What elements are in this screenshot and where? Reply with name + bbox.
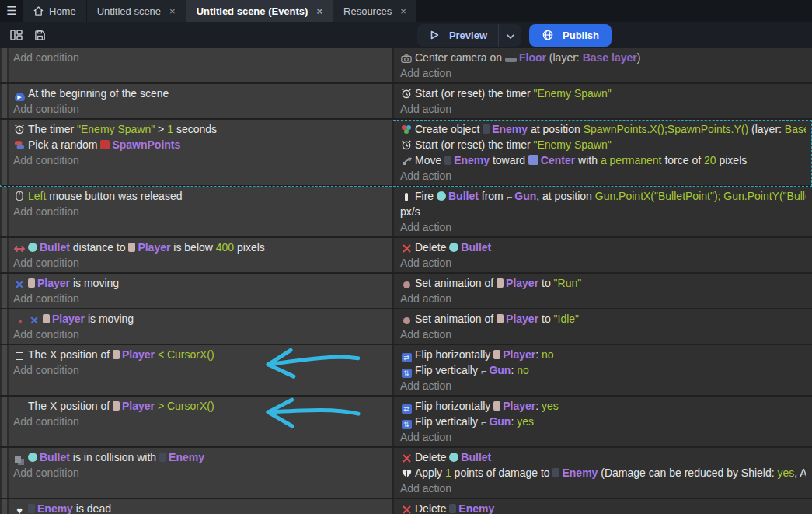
action-line[interactable]: Delete Bullet (400, 240, 806, 255)
add-action-button[interactable]: Add action (400, 255, 806, 271)
event-drag-handle[interactable] (0, 397, 9, 446)
add-condition-button[interactable]: Add condition (13, 152, 388, 168)
conditions-cell[interactable]: Add condition (9, 48, 392, 82)
event-row[interactable]: ◑✕Player is moving Add condition Set ani… (0, 309, 812, 345)
action-line[interactable]: Start (or reset) the timer "Enemy Spawn" (400, 86, 806, 101)
actions-cell[interactable]: Delete BulletApply 1 points of damage to… (392, 448, 812, 498)
add-action-button[interactable]: Add action (400, 481, 806, 496)
condition-line[interactable]: ▶At the beginning of the scene (13, 86, 388, 101)
action-line[interactable]: ⇄Flip horizontally Player: yes (400, 398, 806, 414)
conditions-cell[interactable]: ✕Player is moving Add condition (9, 274, 392, 308)
condition-line[interactable]: The X position of Player < CursorX() (13, 347, 388, 362)
tab-home[interactable]: Home (23, 0, 87, 22)
hamburger-menu-icon[interactable]: ☰ (0, 0, 23, 22)
close-icon[interactable]: × (400, 5, 406, 17)
actions-cell[interactable]: Set animation of Player to "Run" Add act… (392, 274, 812, 308)
actions-cell[interactable]: Delete Bullet Add action (392, 238, 812, 272)
add-action-button[interactable]: Add action (400, 327, 806, 342)
conditions-cell[interactable]: Left mouse button was released Add condi… (9, 187, 392, 236)
condition-line[interactable]: The X position of Player > CursorX() (13, 398, 388, 414)
add-condition-button[interactable]: Add condition (13, 101, 388, 117)
tab-untitled-scene-events-[interactable]: Untitled scene (Events)× (186, 0, 333, 22)
event-row[interactable]: The timer "Enemy Spawn" > 1 secondsPick … (0, 120, 812, 187)
condition-line[interactable]: Bullet distance to Player is below 400 p… (13, 240, 388, 255)
publish-button[interactable]: Publish (529, 24, 612, 47)
action-line[interactable]: Delete Enemy (400, 501, 806, 514)
event-row[interactable]: Bullet distance to Player is below 400 p… (0, 238, 812, 274)
add-condition-button[interactable]: Add condition (13, 50, 388, 65)
conditions-cell[interactable]: The X position of Player > CursorX() Add… (9, 397, 392, 446)
add-condition-button[interactable]: Add condition (13, 204, 388, 219)
conditions-cell[interactable]: ▶At the beginning of the scene Add condi… (9, 84, 392, 118)
event-row[interactable]: ▶At the beginning of the scene Add condi… (0, 84, 812, 120)
conditions-cell[interactable]: ♥Enemy is dead Add condition (9, 499, 392, 514)
action-line[interactable]: Apply 1 points of damage to Enemy (Damag… (400, 465, 806, 481)
event-row[interactable]: The X position of Player < CursorX() Add… (0, 345, 812, 397)
event-row[interactable]: Add condition Center camera on Floor (la… (0, 48, 812, 84)
actions-cell[interactable]: Create object Enemy at position SpawnPoi… (392, 120, 812, 185)
action-line[interactable]: Fire Bullet from ⌐Gun, at position Gun.P… (400, 188, 806, 204)
actions-cell[interactable]: Fire Bullet from ⌐Gun, at position Gun.P… (392, 187, 812, 236)
add-action-button[interactable]: Add action (400, 429, 806, 445)
preview-button[interactable]: Preview (417, 24, 498, 47)
action-line[interactable]: Create object Enemy at position SpawnPoi… (400, 121, 806, 137)
event-drag-handle[interactable] (0, 345, 9, 395)
actions-cell[interactable]: ⇄Flip horizontally Player: no⇅Flip verti… (392, 345, 812, 395)
condition-line[interactable]: ✕Player is moving (13, 275, 388, 291)
add-condition-button[interactable]: Add condition (13, 291, 388, 306)
action-line[interactable]: Delete Bullet (400, 449, 806, 465)
conditions-cell[interactable]: The X position of Player < CursorX() Add… (9, 345, 392, 395)
conditions-cell[interactable]: ◑✕Player is moving Add condition (9, 309, 392, 344)
condition-line[interactable]: The timer "Enemy Spawn" > 1 seconds (13, 121, 388, 137)
tab-resources[interactable]: Resources× (333, 0, 417, 22)
conditions-cell[interactable]: Bullet distance to Player is below 400 p… (9, 238, 392, 272)
event-drag-handle[interactable] (0, 120, 9, 185)
action-line[interactable]: px/s (400, 204, 806, 219)
event-drag-handle[interactable] (0, 448, 9, 498)
action-line[interactable]: ⇄Flip horizontally Player: no (400, 347, 806, 362)
action-line[interactable]: Set animation of Player to "Run" (400, 275, 806, 291)
actions-cell[interactable]: Start (or reset) the timer "Enemy Spawn"… (392, 84, 812, 118)
actions-cell[interactable]: ⇄Flip horizontally Player: yes⇅Flip vert… (392, 397, 812, 446)
actions-cell[interactable]: Set animation of Player to "Idle" Add ac… (392, 309, 812, 344)
action-line[interactable]: ⇅Flip vertically ⌐Gun: no (400, 362, 806, 378)
tab-untitled-scene[interactable]: Untitled scene× (87, 0, 186, 22)
add-condition-button[interactable]: Add condition (13, 327, 388, 342)
event-row[interactable]: Left mouse button was released Add condi… (0, 187, 812, 238)
action-line[interactable]: Center camera on Floor (layer: Base laye… (400, 50, 806, 65)
actions-cell[interactable]: Center camera on Floor (layer: Base laye… (392, 48, 812, 82)
project-manager-icon[interactable] (6, 25, 26, 45)
add-action-button[interactable]: Add action (400, 65, 806, 81)
close-icon[interactable]: × (316, 5, 322, 17)
action-line[interactable]: Move Enemy toward Center with a permanen… (400, 152, 806, 168)
add-action-button[interactable]: Add action (400, 219, 806, 235)
event-row[interactable]: ✕Player is moving Add condition Set anim… (0, 274, 812, 309)
event-drag-handle[interactable] (0, 274, 9, 308)
event-drag-handle[interactable] (0, 187, 9, 236)
event-drag-handle[interactable] (0, 84, 9, 118)
condition-line[interactable]: Left mouse button was released (13, 188, 388, 204)
event-row[interactable]: The X position of Player > CursorX() Add… (0, 397, 812, 448)
add-condition-button[interactable]: Add condition (13, 362, 388, 378)
close-icon[interactable]: × (169, 5, 176, 17)
add-condition-button[interactable]: Add condition (13, 414, 388, 429)
action-line[interactable]: Set animation of Player to "Idle" (400, 311, 806, 327)
add-action-button[interactable]: Add action (400, 378, 806, 393)
conditions-cell[interactable]: The timer "Enemy Spawn" > 1 secondsPick … (9, 120, 392, 185)
condition-line[interactable]: Bullet is in collision with Enemy (13, 449, 388, 465)
event-drag-handle[interactable] (0, 48, 9, 82)
event-drag-handle[interactable] (0, 309, 9, 344)
event-drag-handle[interactable] (0, 238, 9, 272)
condition-line[interactable]: ♥Enemy is dead (13, 501, 388, 514)
add-condition-button[interactable]: Add condition (13, 465, 388, 481)
event-row[interactable]: Bullet is in collision with Enemy Add co… (0, 448, 812, 499)
preview-dropdown-button[interactable] (498, 24, 521, 47)
save-icon[interactable] (30, 25, 50, 45)
action-line[interactable]: Start (or reset) the timer "Enemy Spawn" (400, 137, 806, 152)
conditions-cell[interactable]: Bullet is in collision with Enemy Add co… (9, 448, 392, 498)
event-row[interactable]: ♥Enemy is dead Add condition Delete Enem… (0, 499, 812, 514)
condition-line[interactable]: Pick a random SpawnPoints (13, 137, 388, 152)
add-action-button[interactable]: Add action (400, 168, 806, 184)
add-condition-button[interactable]: Add condition (13, 255, 388, 271)
add-action-button[interactable]: Add action (400, 291, 806, 306)
